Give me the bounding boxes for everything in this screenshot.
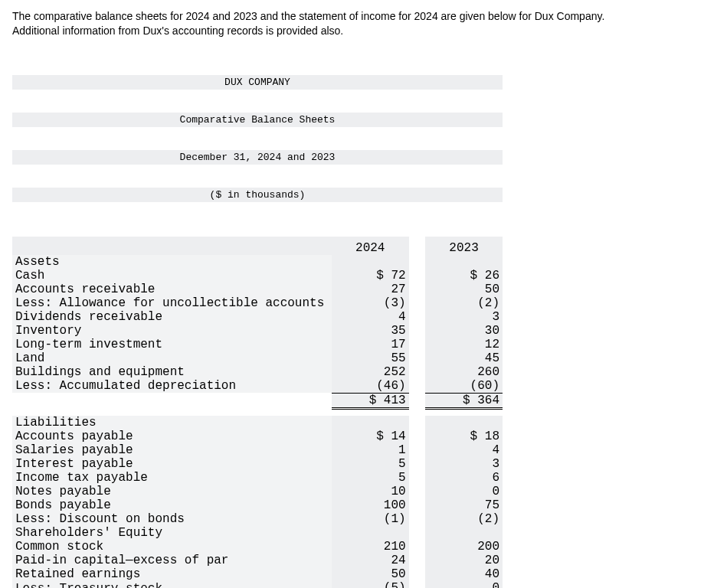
- total-assets-2023: $ 364: [425, 393, 503, 408]
- col-2024: 2024: [332, 237, 409, 255]
- bs-head1: DUX COMPANY: [12, 75, 503, 90]
- total-assets-2024: $ 413: [332, 393, 409, 408]
- balance-table: 2024 2023 Assets Cash$ 72$ 26 Accounts r…: [12, 237, 503, 588]
- balance-sheet: DUX COMPANY Comparative Balance Sheets D…: [12, 52, 503, 588]
- col-2023: 2023: [425, 237, 503, 255]
- intro-text: The comparative balance sheets for 2024 …: [12, 9, 715, 38]
- bs-head4: ($ in thousands): [12, 188, 503, 202]
- bs-head2: Comparative Balance Sheets: [12, 113, 503, 127]
- sec-liab: Liabilities: [12, 416, 332, 430]
- bs-head3: December 31, 2024 and 2023: [12, 150, 503, 165]
- sec-equity: Shareholders' Equity: [12, 526, 332, 540]
- sec-assets: Assets: [12, 255, 332, 269]
